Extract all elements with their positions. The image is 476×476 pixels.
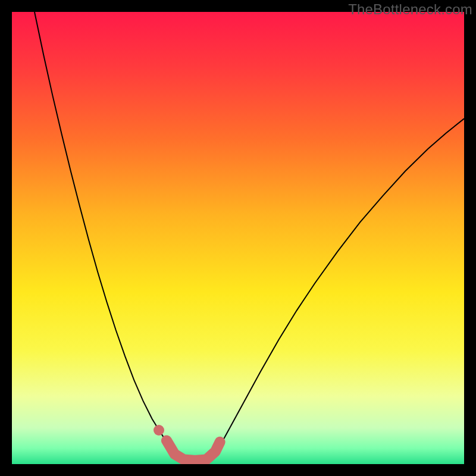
chart-frame bbox=[12, 12, 464, 464]
dots-layer bbox=[154, 425, 164, 436]
bottleneck-chart bbox=[12, 12, 464, 464]
chart-background bbox=[12, 12, 464, 464]
watermark-text: TheBottleneck.com bbox=[348, 1, 472, 18]
valley-dot-upper bbox=[154, 425, 164, 436]
